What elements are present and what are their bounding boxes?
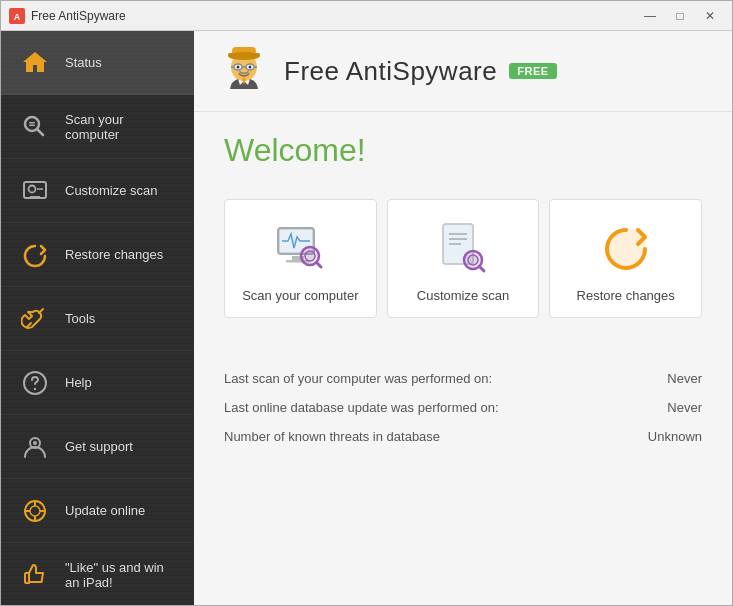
- sidebar-item-customize[interactable]: Customize scan: [1, 159, 194, 223]
- help-icon: [17, 365, 53, 401]
- minimize-button[interactable]: —: [636, 6, 664, 26]
- like-icon: [17, 557, 53, 593]
- tools-icon: [17, 301, 53, 337]
- stat-value-2: Unknown: [648, 429, 702, 444]
- window-controls: — □ ✕: [636, 6, 724, 26]
- welcome-section: Welcome!: [194, 112, 732, 189]
- sidebar-item-like-label: "Like" us and win an iPad!: [65, 560, 178, 590]
- sidebar-item-help[interactable]: Help: [1, 351, 194, 415]
- stat-value-0: Never: [667, 371, 702, 386]
- action-buttons: Scan your computer C: [194, 189, 732, 338]
- sidebar-item-scan-label: Scan your computer: [65, 112, 178, 142]
- svg-line-5: [38, 129, 44, 135]
- customize-scan-button[interactable]: Customize scan: [387, 199, 540, 318]
- sidebar-item-status-label: Status: [65, 55, 102, 70]
- sidebar-item-status[interactable]: Status: [1, 31, 194, 95]
- restore-changes-button[interactable]: Restore changes: [549, 199, 702, 318]
- sidebar: Status Scan your computer: [1, 31, 194, 606]
- sidebar-item-support-label: Get support: [65, 439, 133, 454]
- update-icon: [17, 493, 53, 529]
- stat-label-2: Number of known threats in database: [224, 429, 440, 444]
- svg-point-7: [29, 185, 36, 192]
- svg-point-29: [237, 66, 240, 69]
- welcome-title: Welcome!: [224, 132, 702, 169]
- customize-scan-icon: [433, 218, 493, 278]
- header-free-badge: FREE: [509, 63, 556, 79]
- customize-scan-button-label: Customize scan: [417, 288, 509, 303]
- svg-line-10: [39, 309, 43, 313]
- app-logo: [218, 45, 270, 97]
- titlebar: A Free AntiSpyware — □ ✕: [1, 1, 732, 31]
- stat-row-2: Number of known threats in database Unkn…: [224, 422, 702, 451]
- sidebar-item-help-label: Help: [65, 375, 92, 390]
- svg-point-30: [249, 66, 252, 69]
- sidebar-item-update[interactable]: Update online: [1, 479, 194, 543]
- close-button[interactable]: ✕: [696, 6, 724, 26]
- sidebar-item-customize-label: Customize scan: [65, 183, 157, 198]
- svg-rect-4: [29, 124, 35, 126]
- svg-point-15: [33, 441, 37, 445]
- support-icon: [17, 429, 53, 465]
- svg-line-47: [480, 267, 485, 272]
- app-icon: A: [9, 8, 25, 24]
- app-header: Free AntiSpyware FREE: [194, 31, 732, 112]
- svg-point-17: [30, 506, 40, 516]
- sidebar-item-scan[interactable]: Scan your computer: [1, 95, 194, 159]
- restore-icon: [17, 237, 53, 273]
- restore-changes-button-label: Restore changes: [577, 288, 675, 303]
- scan-computer-button[interactable]: Scan your computer: [224, 199, 377, 318]
- scan-computer-button-label: Scan your computer: [242, 288, 358, 303]
- sidebar-item-tools-label: Tools: [65, 311, 95, 326]
- svg-point-26: [228, 52, 260, 60]
- scan-computer-icon: [270, 218, 330, 278]
- svg-point-46: [468, 255, 478, 265]
- stats-section: Last scan of your computer was performed…: [194, 348, 732, 467]
- stat-row-1: Last online database update was performe…: [224, 393, 702, 422]
- svg-point-39: [305, 251, 315, 261]
- sidebar-item-update-label: Update online: [65, 503, 145, 518]
- svg-rect-22: [25, 573, 29, 583]
- main-content: Free AntiSpyware FREE Welcome!: [194, 31, 732, 606]
- stat-label-0: Last scan of your computer was performed…: [224, 371, 492, 386]
- svg-line-40: [317, 263, 322, 268]
- stat-value-1: Never: [667, 400, 702, 415]
- stat-row-0: Last scan of your computer was performed…: [224, 364, 702, 393]
- sidebar-item-support[interactable]: Get support: [1, 415, 194, 479]
- scan-icon: [17, 109, 53, 145]
- svg-text:A: A: [14, 12, 21, 22]
- customize-icon: [17, 173, 53, 209]
- restore-changes-icon: [596, 218, 656, 278]
- svg-line-11: [27, 323, 31, 327]
- stat-label-1: Last online database update was performe…: [224, 400, 499, 415]
- maximize-button[interactable]: □: [666, 6, 694, 26]
- svg-rect-3: [29, 122, 35, 124]
- home-icon: [17, 45, 53, 81]
- header-app-name: Free AntiSpyware: [284, 56, 497, 87]
- sidebar-item-restore[interactable]: Restore changes: [1, 223, 194, 287]
- titlebar-title: Free AntiSpyware: [31, 9, 636, 23]
- sidebar-item-like[interactable]: "Like" us and win an iPad!: [1, 543, 194, 606]
- sidebar-item-restore-label: Restore changes: [65, 247, 163, 262]
- svg-point-13: [34, 387, 36, 389]
- app-body: Status Scan your computer: [1, 31, 732, 606]
- sidebar-item-tools[interactable]: Tools: [1, 287, 194, 351]
